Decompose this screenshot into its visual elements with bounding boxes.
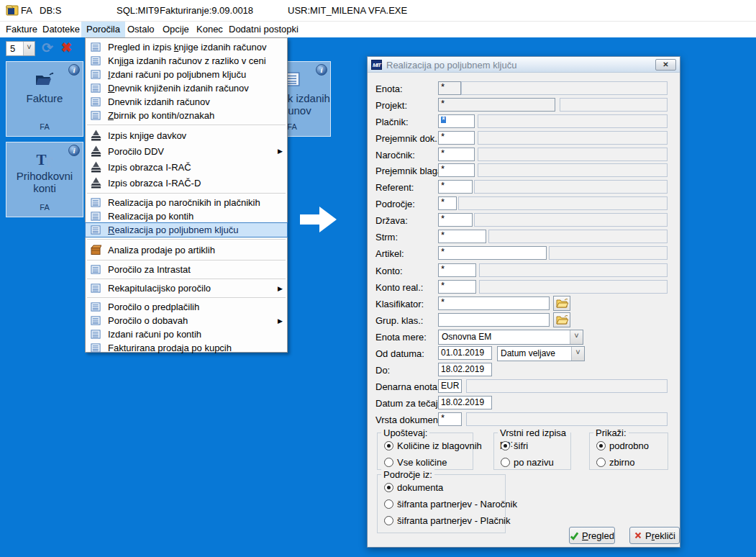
radio-option[interactable]: po nazivu bbox=[501, 456, 554, 468]
enota-input[interactable]: * bbox=[438, 81, 461, 95]
menu-item[interactable]: Analiza prodaje po artiklih bbox=[86, 242, 287, 258]
prejemnik-blaga-input[interactable]: * bbox=[438, 163, 475, 177]
menu-item[interactable]: Poročilo za Intrastat bbox=[86, 263, 287, 276]
menubar-item-dodatni-postopki[interactable]: Dodatni postopki bbox=[224, 22, 304, 37]
denarna-enota-input[interactable]: EUR bbox=[438, 379, 462, 393]
radio-option[interactable]: Vse količine bbox=[384, 456, 447, 468]
denarna-enota-label: Denarna enota: bbox=[375, 381, 437, 392]
menu-item[interactable]: Poročilo DDV▶ bbox=[86, 143, 287, 159]
radio-option[interactable]: zbirno bbox=[596, 456, 634, 468]
podrocje-label: Področje: bbox=[375, 199, 437, 209]
strm-input[interactable]: * bbox=[438, 230, 486, 243]
menu-item[interactable]: Knjiga izdanih računov z razliko v ceni bbox=[86, 54, 287, 68]
refresh-icon[interactable]: ⟳ bbox=[42, 40, 53, 56]
group-box: Vrstni red izpisa po:šifripo nazivu bbox=[493, 433, 571, 470]
drzava-input[interactable]: * bbox=[438, 213, 473, 227]
konto-input[interactable]: * bbox=[438, 263, 476, 277]
dialog-titlebar[interactable]: MIT Realizacija po poljubnem ključu ✕ bbox=[368, 57, 680, 73]
menubar-item-fakture[interactable]: Fakture bbox=[1, 22, 42, 37]
klasifikator-lookup-button[interactable] bbox=[553, 296, 570, 311]
durs-pyramid-icon bbox=[90, 161, 102, 173]
grup-klas-lookup-button[interactable] bbox=[553, 312, 570, 327]
menubar-item-opcije[interactable]: Opcije bbox=[158, 22, 194, 37]
selected-value: Datum veljave bbox=[498, 347, 571, 361]
tile-fakture[interactable]: i Fakture FA bbox=[6, 61, 83, 137]
menu-item[interactable]: Poročilo o predplačilih bbox=[86, 300, 287, 314]
datum-za-tecaj-input[interactable]: 18.02.2019 bbox=[438, 396, 492, 409]
radio-label: zbirno bbox=[609, 457, 634, 468]
info-icon[interactable]: i bbox=[68, 64, 80, 76]
radio-icon[interactable] bbox=[384, 499, 393, 509]
menubar-item-ostalo[interactable]: Ostalo bbox=[122, 22, 160, 37]
white-arrow-annotation bbox=[300, 205, 337, 234]
podrocje-input[interactable]: * bbox=[438, 196, 457, 210]
menubar-item-porocila[interactable]: Poročila bbox=[81, 22, 125, 37]
menu-item[interactable]: Fakturirana prodaja po kupcih bbox=[86, 341, 287, 355]
radio-icon[interactable] bbox=[384, 516, 393, 525]
submenu-arrow-icon: ▶ bbox=[278, 285, 283, 292]
chevron-down-icon[interactable]: ˅ bbox=[23, 42, 35, 55]
radio-icon[interactable] bbox=[501, 441, 510, 450]
radio-icon[interactable] bbox=[384, 441, 393, 450]
menu-item[interactable]: Realizacija po naročnikih in plačnikih bbox=[86, 196, 287, 209]
radio-label: šifranta partnerjev - Plačnik bbox=[397, 515, 511, 526]
radio-label: po nazivu bbox=[514, 457, 554, 468]
radio-option[interactable]: dokumenta bbox=[384, 481, 443, 493]
radio-option[interactable]: Količine iz blagovnih bbox=[384, 440, 482, 451]
menubar-item-konec[interactable]: Konec bbox=[191, 22, 228, 37]
radio-icon[interactable] bbox=[596, 441, 606, 450]
tile-prihodkovni-konti[interactable]: i TT Prihodkovni konti FA bbox=[6, 142, 83, 217]
vrsta-dokumenta-input[interactable]: * bbox=[438, 412, 462, 426]
menu-item[interactable]: Dnevnik izdanih računov bbox=[86, 95, 287, 109]
chevron-down-icon[interactable]: ˅ bbox=[571, 347, 584, 361]
tile-count-select[interactable]: 5 ˅ bbox=[6, 41, 35, 56]
menu-item[interactable]: Izdani računi po kontih bbox=[86, 327, 287, 341]
prejemnik-dok-input[interactable]: * bbox=[438, 131, 475, 145]
menu-item[interactable]: Izpis knjige davkov bbox=[86, 127, 287, 143]
menu-item-label: Izdani računi po poljubnem ključu bbox=[108, 69, 246, 80]
menu-item[interactable]: Izpis obrazca I-RAČ bbox=[86, 159, 287, 175]
grup-klas-input[interactable] bbox=[438, 313, 550, 327]
info-icon[interactable]: i bbox=[68, 145, 80, 156]
radio-option[interactable]: šifranta partnerjev - Naročnik bbox=[384, 498, 517, 510]
konto-real-input[interactable]: * bbox=[438, 280, 476, 294]
info-icon[interactable]: i bbox=[316, 64, 327, 76]
menu-item[interactable]: Realizacija po kontih bbox=[86, 209, 287, 223]
menu-item[interactable]: Pregled in izpis knjige izdanih računov bbox=[86, 40, 287, 54]
menu-item[interactable]: Rekapitulacijsko poročilo▶ bbox=[86, 281, 287, 295]
projekt-input[interactable]: * bbox=[438, 98, 555, 112]
red-x-icon[interactable]: ✖ bbox=[61, 40, 72, 55]
radio-icon[interactable] bbox=[596, 458, 606, 467]
referent-input[interactable]: * bbox=[438, 180, 473, 194]
narocnik-input[interactable]: * bbox=[438, 148, 475, 161]
menu-item[interactable]: Dnevnik knjiženih izdanih računov bbox=[86, 81, 287, 95]
radio-option[interactable]: šifri bbox=[501, 440, 528, 451]
do-input[interactable]: 18.02.2019 bbox=[438, 363, 492, 376]
preklici-button[interactable]: Prekliči bbox=[629, 527, 680, 544]
klasifikator-input[interactable]: * bbox=[438, 296, 550, 310]
menu-item[interactable]: Realizacija po poljubnem ključu bbox=[86, 223, 287, 237]
menubar-item-datoteke[interactable]: Datoteke bbox=[37, 22, 85, 37]
menu-item[interactable]: Izdani računi po poljubnem ključu bbox=[86, 68, 287, 81]
radio-option[interactable]: šifranta partnerjev - Plačnik bbox=[384, 515, 511, 526]
radio-icon[interactable] bbox=[501, 458, 510, 467]
menu-item[interactable]: Poročilo o dobavah▶ bbox=[86, 314, 287, 327]
chevron-down-icon[interactable]: ˅ bbox=[570, 330, 583, 344]
pregled-button[interactable]: Pregled bbox=[569, 527, 615, 544]
datum-veljave-select[interactable]: Datum veljave˅ bbox=[497, 346, 585, 361]
close-icon[interactable]: ✕ bbox=[655, 59, 676, 71]
menu-item[interactable]: Izpis obrazca I-RAČ-D bbox=[86, 175, 287, 191]
placnik-input[interactable]: * bbox=[438, 114, 475, 128]
radio-option[interactable]: podrobno bbox=[596, 440, 649, 451]
artikel-label: Artikel: bbox=[375, 248, 437, 259]
od-datuma-input[interactable]: 01.01.2019 bbox=[438, 346, 492, 360]
report-icon bbox=[90, 302, 102, 313]
menu-item[interactable]: Zbirnik po kontih/oznakah bbox=[86, 109, 287, 122]
radio-icon[interactable] bbox=[384, 483, 393, 492]
tile-title: Fakture bbox=[6, 92, 83, 104]
artikel-input[interactable]: * bbox=[438, 246, 547, 260]
enota-mere-select[interactable]: Osnovna EM˅ bbox=[438, 330, 583, 345]
menubar: Fakture Datoteke Poročila Ostalo Opcije … bbox=[0, 22, 756, 37]
radio-label: Vse količine bbox=[397, 457, 447, 468]
radio-icon[interactable] bbox=[384, 458, 393, 467]
